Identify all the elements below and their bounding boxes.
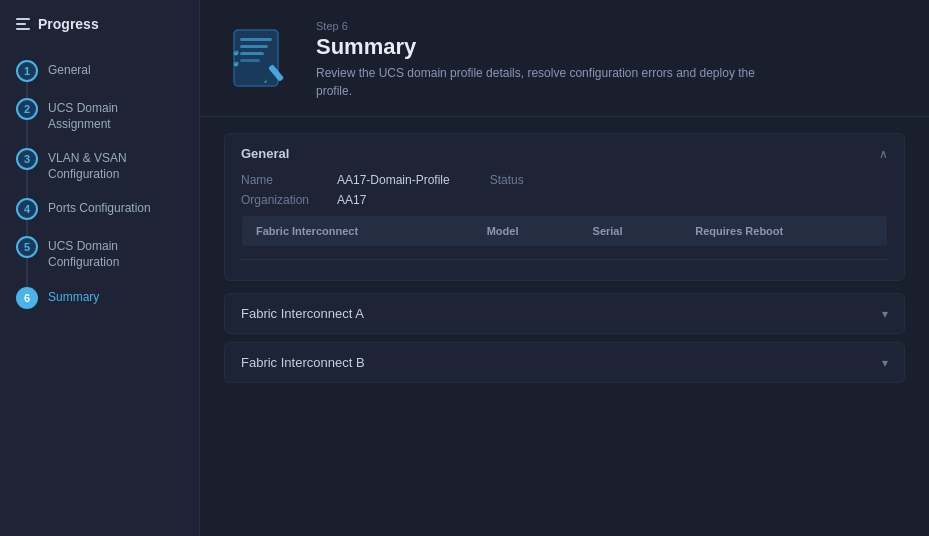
fi-b-header[interactable]: Fabric Interconnect B ▾ <box>225 343 904 382</box>
config-tabs <box>241 259 888 260</box>
sidebar-step-2[interactable]: 2UCS Domain Assignment <box>16 90 183 140</box>
name-value: AA17-Domain-Profile <box>337 173 450 187</box>
name-field: Name AA17-Domain-Profile <box>241 173 450 187</box>
general-section: General ∧ Name AA17-Domain-Profile Statu… <box>224 133 905 281</box>
step-label-4: Ports Configuration <box>48 198 151 217</box>
general-chevron: ∧ <box>879 147 888 161</box>
sidebar-step-5[interactable]: 5UCS Domain Configuration <box>16 228 183 278</box>
fi-b-title: Fabric Interconnect B <box>241 355 365 370</box>
info-row-1: Name AA17-Domain-Profile Status <box>241 173 888 187</box>
svg-rect-1 <box>240 38 272 41</box>
svg-rect-3 <box>240 52 264 55</box>
fi-a-section: Fabric Interconnect A ▾ <box>224 293 905 334</box>
name-label: Name <box>241 173 321 187</box>
general-section-title: General <box>241 146 289 161</box>
step-label-6: Summary <box>48 287 99 306</box>
fi-b-chevron: ▾ <box>882 356 888 370</box>
step-label-2: UCS Domain Assignment <box>48 98 183 132</box>
fi-table: Fabric InterconnectModelSerialRequires R… <box>241 215 888 247</box>
org-field: Organization AA17 <box>241 193 366 207</box>
step-description: Review the UCS domain profile details, r… <box>316 64 756 100</box>
step-title: Summary <box>316 34 756 60</box>
sidebar-step-6[interactable]: 6Summary <box>16 279 183 317</box>
step-circle-2: 2 <box>16 98 38 120</box>
sidebar-step-1[interactable]: 1General <box>16 52 183 90</box>
status-label: Status <box>490 173 570 187</box>
step-circle-1: 1 <box>16 60 38 82</box>
sidebar-header: Progress <box>0 16 199 52</box>
step-icon <box>224 24 296 96</box>
step-label-1: General <box>48 60 91 79</box>
step-circle-5: 5 <box>16 236 38 258</box>
step-header: Step 6 Summary Review the UCS domain pro… <box>200 0 929 117</box>
progress-icon <box>16 18 30 30</box>
step-label-5: UCS Domain Configuration <box>48 236 183 270</box>
content-area: General ∧ Name AA17-Domain-Profile Statu… <box>200 117 929 536</box>
step-circle-6: 6 <box>16 287 38 309</box>
svg-rect-4 <box>240 59 260 62</box>
table-header-row: Fabric InterconnectModelSerialRequires R… <box>242 216 888 247</box>
sidebar-step-4[interactable]: 4Ports Configuration <box>16 190 183 228</box>
step-number: Step 6 <box>316 20 756 32</box>
fi-b-section: Fabric Interconnect B ▾ <box>224 342 905 383</box>
sidebar: Progress 1General2UCS Domain Assignment3… <box>0 0 200 536</box>
step-circle-4: 4 <box>16 198 38 220</box>
sidebar-step-3[interactable]: 3VLAN & VSAN Configuration <box>16 140 183 190</box>
org-label: Organization <box>241 193 321 207</box>
sidebar-title: Progress <box>38 16 99 32</box>
step-circle-3: 3 <box>16 148 38 170</box>
fi-a-title: Fabric Interconnect A <box>241 306 364 321</box>
sidebar-steps: 1General2UCS Domain Assignment3VLAN & VS… <box>0 52 199 317</box>
step-info: Step 6 Summary Review the UCS domain pro… <box>316 20 756 100</box>
th-model: Model <box>473 216 579 247</box>
status-field: Status <box>490 173 570 187</box>
th-serial: Serial <box>579 216 682 247</box>
th-requires-reboot: Requires Reboot <box>681 216 887 247</box>
general-section-body: Name AA17-Domain-Profile Status Organiza… <box>225 173 904 280</box>
th-fabric-interconnect: Fabric Interconnect <box>242 216 473 247</box>
step-label-3: VLAN & VSAN Configuration <box>48 148 183 182</box>
general-section-header[interactable]: General ∧ <box>225 134 904 173</box>
fi-a-header[interactable]: Fabric Interconnect A ▾ <box>225 294 904 333</box>
info-row-2: Organization AA17 <box>241 193 888 207</box>
svg-rect-2 <box>240 45 268 48</box>
main-content: Step 6 Summary Review the UCS domain pro… <box>200 0 929 536</box>
org-value: AA17 <box>337 193 366 207</box>
fi-a-chevron: ▾ <box>882 307 888 321</box>
